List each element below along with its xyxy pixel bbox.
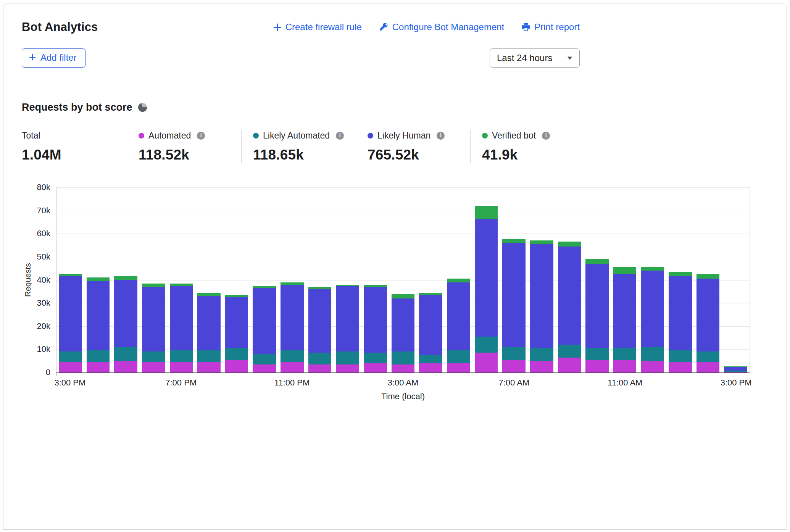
bar-segment-likely-automated[interactable] — [364, 353, 387, 363]
bar-segment-verified-bot[interactable] — [447, 279, 470, 282]
bar-8[interactable] — [281, 187, 304, 372]
create-firewall-rule-link[interactable]: Create firewall rule — [273, 22, 362, 32]
bar-segment-likely-automated[interactable] — [696, 351, 720, 362]
bar-segment-automated[interactable] — [613, 360, 637, 372]
bar-segment-likely-human[interactable] — [613, 274, 637, 348]
bar-11[interactable] — [364, 187, 387, 372]
bar-segment-automated[interactable] — [475, 353, 498, 372]
bar-segment-automated[interactable] — [502, 360, 526, 372]
bar-segment-likely-human[interactable] — [641, 271, 664, 347]
info-icon[interactable] — [437, 132, 445, 140]
bar-segment-likely-automated[interactable] — [502, 347, 526, 360]
bar-segment-verified-bot[interactable] — [475, 206, 498, 219]
bar-22[interactable] — [669, 187, 692, 372]
bar-segment-likely-automated[interactable] — [225, 348, 248, 360]
bar-segment-verified-bot[interactable] — [142, 284, 165, 287]
bar-segment-likely-automated[interactable] — [419, 355, 442, 363]
bar-segment-likely-human[interactable] — [502, 243, 526, 347]
bar-segment-likely-automated[interactable] — [641, 347, 664, 361]
bar-segment-verified-bot[interactable] — [87, 277, 110, 281]
bar-4[interactable] — [170, 187, 193, 372]
bar-segment-automated[interactable] — [558, 358, 581, 372]
info-icon[interactable] — [542, 132, 550, 140]
bar-6[interactable] — [225, 187, 248, 372]
bar-segment-verified-bot[interactable] — [114, 276, 137, 280]
bar-segment-verified-bot[interactable] — [502, 239, 526, 243]
bar-segment-automated[interactable] — [59, 362, 82, 372]
bar-segment-verified-bot[interactable] — [696, 274, 720, 279]
bar-segment-likely-human[interactable] — [197, 296, 221, 350]
bar-segment-likely-automated[interactable] — [475, 337, 498, 353]
bar-15[interactable] — [475, 187, 498, 372]
bar-segment-likely-human[interactable] — [336, 286, 359, 352]
bar-segment-verified-bot[interactable] — [585, 259, 609, 264]
bar-segment-likely-automated[interactable] — [253, 354, 276, 364]
bar-segment-likely-human[interactable] — [585, 264, 609, 348]
bar-segment-likely-human[interactable] — [281, 285, 304, 351]
bar-segment-likely-automated[interactable] — [170, 350, 193, 362]
bar-segment-automated[interactable] — [281, 362, 304, 372]
bar-segment-verified-bot[interactable] — [197, 293, 221, 296]
bar-segment-automated[interactable] — [696, 362, 720, 372]
bar-segment-likely-automated[interactable] — [585, 348, 609, 360]
bar-24[interactable] — [724, 187, 747, 372]
bar-18[interactable] — [558, 187, 581, 372]
bar-segment-automated[interactable] — [87, 362, 110, 372]
bar-2[interactable] — [114, 187, 137, 372]
bar-20[interactable] — [613, 187, 637, 372]
bar-segment-verified-bot[interactable] — [558, 242, 581, 246]
bar-segment-automated[interactable] — [170, 362, 193, 372]
bar-segment-likely-human[interactable] — [447, 282, 470, 351]
bar-10[interactable] — [336, 187, 359, 372]
bar-1[interactable] — [87, 187, 110, 372]
info-icon[interactable] — [336, 132, 344, 140]
bar-segment-automated[interactable] — [114, 361, 137, 372]
bar-segment-likely-human[interactable] — [364, 287, 387, 353]
bar-19[interactable] — [585, 187, 609, 372]
bar-segment-likely-automated[interactable] — [87, 350, 110, 362]
bar-segment-automated[interactable] — [447, 363, 470, 372]
bar-12[interactable] — [392, 187, 415, 372]
bar-7[interactable] — [253, 187, 276, 372]
configure-bot-management-link[interactable]: Configure Bot Management — [379, 22, 505, 32]
bar-segment-verified-bot[interactable] — [392, 294, 415, 298]
bar-segment-likely-human[interactable] — [696, 279, 720, 351]
bar-segment-automated[interactable] — [197, 362, 221, 372]
bar-23[interactable] — [696, 187, 720, 372]
bar-segment-automated[interactable] — [253, 364, 276, 372]
bar-segment-likely-human[interactable] — [253, 288, 276, 354]
bar-segment-likely-human[interactable] — [225, 297, 248, 348]
bar-segment-likely-automated[interactable] — [558, 345, 581, 357]
bar-segment-likely-human[interactable] — [114, 280, 137, 347]
bar-segment-likely-automated[interactable] — [530, 348, 553, 361]
bar-segment-likely-automated[interactable] — [142, 351, 165, 362]
bar-segment-likely-automated[interactable] — [392, 351, 415, 364]
bar-segment-likely-human[interactable] — [59, 276, 82, 351]
bar-segment-likely-human[interactable] — [170, 286, 193, 351]
bar-segment-automated[interactable] — [142, 362, 165, 372]
bar-segment-likely-automated[interactable] — [59, 351, 82, 362]
bar-segment-likely-automated[interactable] — [114, 347, 137, 361]
bar-segment-likely-automated[interactable] — [669, 350, 692, 362]
bar-segment-automated[interactable] — [641, 361, 664, 372]
print-report-link[interactable]: Print report — [522, 22, 580, 32]
bar-segment-automated[interactable] — [364, 363, 387, 372]
bar-segment-likely-human[interactable] — [392, 298, 415, 351]
bar-segment-likely-automated[interactable] — [197, 350, 221, 362]
bar-segment-likely-human[interactable] — [87, 281, 110, 351]
bar-segment-automated[interactable] — [225, 360, 248, 372]
bar-segment-likely-human[interactable] — [530, 244, 553, 348]
bar-0[interactable] — [59, 187, 82, 372]
bar-5[interactable] — [197, 187, 221, 372]
bar-16[interactable] — [502, 187, 526, 372]
bar-segment-verified-bot[interactable] — [641, 267, 664, 271]
bar-segment-verified-bot[interactable] — [530, 240, 553, 244]
bar-21[interactable] — [641, 187, 664, 372]
bar-segment-verified-bot[interactable] — [669, 272, 692, 276]
bar-segment-automated[interactable] — [585, 360, 609, 372]
bar-segment-automated[interactable] — [724, 372, 747, 372]
bar-segment-automated[interactable] — [419, 363, 442, 372]
bar-segment-likely-human[interactable] — [558, 247, 581, 345]
bar-segment-automated[interactable] — [336, 364, 359, 372]
bar-segment-automated[interactable] — [392, 364, 415, 372]
